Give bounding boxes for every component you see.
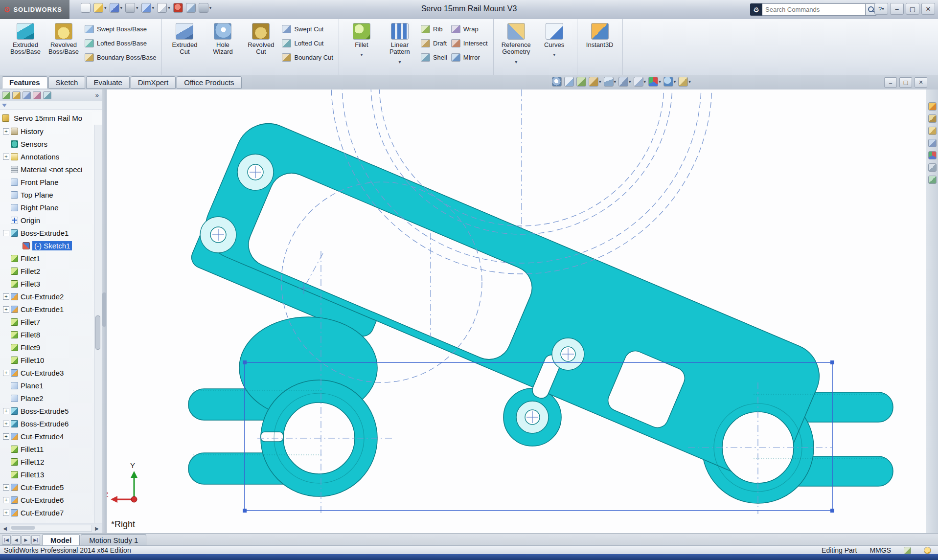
tree-expander[interactable] [3, 306, 9, 313]
tree-expander[interactable] [3, 154, 9, 160]
prev-tab-button[interactable]: ◀ [12, 535, 21, 545]
curves-dropdown-icon[interactable] [553, 49, 555, 58]
tree-item[interactable]: Origin [0, 214, 102, 226]
linear-pattern-dropdown-icon[interactable] [398, 57, 401, 66]
tree-item[interactable]: Annotations [0, 150, 102, 163]
tree-expander[interactable] [3, 421, 9, 427]
displaymanager-icon[interactable] [43, 91, 51, 99]
hole-wizard-button[interactable]: Hole Wizard [204, 21, 242, 56]
tree-item[interactable]: Front Plane [0, 176, 102, 188]
tree-filter-bar[interactable] [0, 101, 102, 110]
instant3d-button[interactable]: Instant3D [581, 21, 619, 48]
tree-expander[interactable] [3, 408, 9, 414]
tree-expander[interactable] [3, 230, 9, 236]
tree-item[interactable]: Fillet11 [0, 443, 102, 455]
doc-close-button[interactable]: ✕ [915, 77, 927, 88]
document-tab[interactable]: Motion Study 1 [81, 534, 146, 546]
doc-minimize-button[interactable]: – [884, 77, 897, 88]
reference-geometry-button[interactable]: Reference Geometry [497, 21, 535, 66]
graphics-viewport[interactable]: Y Z *Right [107, 90, 926, 533]
tree-expander[interactable] [3, 497, 9, 503]
fillet-dropdown-icon[interactable] [360, 49, 363, 58]
custom-properties-icon[interactable] [928, 163, 937, 172]
tree-item[interactable]: Plane1 [0, 379, 102, 392]
doc-restore-button[interactable]: ▢ [899, 77, 912, 88]
print-icon[interactable] [125, 3, 138, 13]
mirror-button[interactable]: Mirror [449, 50, 490, 65]
scrollbar-thumb[interactable] [95, 315, 100, 350]
boundary-cut-button[interactable]: Boundary Cut [280, 50, 335, 65]
lofted-boss-base-button[interactable]: Lofted Boss/Base [83, 36, 158, 50]
tree-item[interactable]: Fillet13 [0, 468, 102, 481]
tree-item[interactable]: Fillet10 [0, 354, 102, 366]
save-icon[interactable] [110, 3, 123, 13]
tree-expander[interactable] [3, 484, 9, 491]
extruded-boss-base-button[interactable]: Extruded Boss/Base [6, 21, 45, 56]
document-tab[interactable]: Model [42, 534, 80, 546]
scroll-left-button[interactable]: ◀ [0, 526, 10, 531]
search-input[interactable] [762, 3, 866, 16]
tree-root-item[interactable]: Servo 15mm Rail Mo [0, 112, 102, 124]
dimxpertmanager-icon[interactable] [33, 91, 41, 99]
lofted-cut-button[interactable]: Lofted Cut [280, 36, 335, 50]
ribbon-tab[interactable]: Sketch [48, 76, 86, 89]
edit-appearance-icon[interactable] [648, 77, 661, 87]
tree-item[interactable]: Right Plane [0, 201, 102, 214]
tree-item[interactable]: Top Plane [0, 188, 102, 201]
curves-button[interactable]: Curves [535, 21, 573, 58]
tree-item[interactable]: Fillet8 [0, 328, 102, 341]
tree-item[interactable]: Sensors [0, 137, 102, 150]
scrollbar-track[interactable] [10, 525, 92, 532]
zoom-fit-icon[interactable] [552, 77, 562, 87]
shell-button[interactable]: Shell [419, 50, 449, 65]
help-button[interactable]: ?▾ [874, 3, 888, 15]
tree-item[interactable]: Cut-Extrude2 [0, 290, 102, 303]
splitter-grip[interactable] [102, 292, 106, 327]
swept-cut-button[interactable]: Swept Cut [280, 22, 335, 36]
last-tab-button[interactable]: ▶| [31, 535, 40, 545]
select-icon[interactable] [157, 3, 170, 13]
tree-item[interactable]: Fillet2 [0, 265, 102, 277]
fillet-button[interactable]: Fillet [343, 21, 381, 58]
tree-expander[interactable] [3, 370, 9, 376]
undo-icon[interactable] [141, 3, 155, 13]
panel-overflow-chevron[interactable]: » [95, 91, 99, 99]
appearances-scenes-icon[interactable] [928, 151, 937, 159]
featuremanager-tree-icon[interactable] [2, 91, 10, 99]
tree-item[interactable]: Cut-Extrude5 [0, 481, 102, 493]
first-tab-button[interactable]: |◀ [2, 535, 11, 545]
maximize-button[interactable]: ▢ [906, 3, 919, 15]
tree-expander[interactable] [3, 293, 9, 300]
tree-item[interactable]: Boss-Extrude1 [0, 226, 102, 239]
ribbon-tab[interactable]: Evaluate [86, 76, 129, 89]
options-icon[interactable] [199, 3, 212, 13]
section-view-icon[interactable] [589, 77, 601, 87]
linear-pattern-button[interactable]: Linear Pattern [381, 21, 419, 66]
swept-boss-base-button[interactable]: Swept Boss/Base [83, 22, 158, 36]
tree-item[interactable]: Fillet7 [0, 315, 102, 328]
configurationmanager-icon[interactable] [23, 91, 31, 99]
tree-item[interactable]: (-) Sketch1 [0, 239, 102, 252]
tree-expander[interactable] [3, 510, 9, 516]
reference-geometry-dropdown-icon[interactable] [515, 57, 517, 66]
file-properties-icon[interactable] [186, 3, 196, 13]
tree-item[interactable]: Plane2 [0, 392, 102, 404]
revolved-boss-base-button[interactable]: Revolved Boss/Base [45, 21, 83, 56]
tree-item[interactable]: Cut-Extrude7 [0, 506, 102, 519]
tree-item[interactable]: Material <not speci [0, 163, 102, 176]
extruded-cut-button[interactable]: Extruded Cut [165, 21, 204, 56]
tree-item[interactable]: Cut-Extrude4 [0, 430, 102, 443]
zoom-area-icon[interactable] [564, 77, 574, 87]
view-orientation-icon[interactable] [604, 77, 617, 87]
tree-expander[interactable] [3, 128, 9, 134]
wrap-button[interactable]: Wrap [449, 22, 490, 36]
tree-expander[interactable] [3, 433, 9, 440]
tree-item[interactable]: Cut-Extrude1 [0, 303, 102, 315]
new-document-icon[interactable] [81, 3, 91, 13]
intersect-button[interactable]: Intersect [449, 36, 490, 50]
view-settings-icon[interactable] [678, 77, 691, 87]
previous-view-icon[interactable] [576, 77, 586, 87]
view-palette-icon[interactable] [928, 139, 937, 147]
propertymanager-icon[interactable] [12, 91, 21, 99]
tree-item[interactable]: Fillet12 [0, 455, 102, 468]
